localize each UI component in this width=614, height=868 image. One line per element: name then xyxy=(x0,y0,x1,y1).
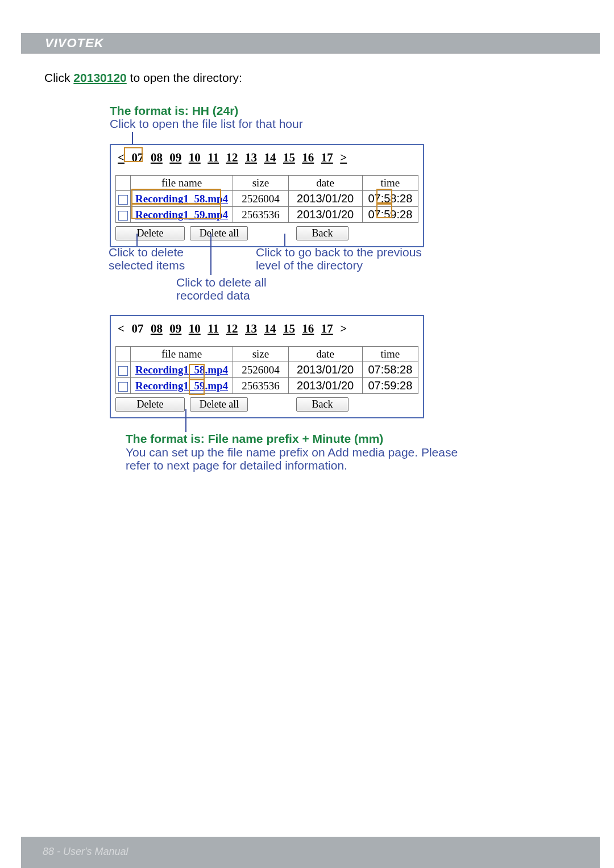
hour-11[interactable]: 11 xyxy=(208,151,219,164)
cell-time: 07:58:28 xyxy=(362,191,418,207)
intro-text: Click 20130120 to open the directory: xyxy=(44,71,242,85)
hour-prev[interactable]: < xyxy=(118,322,125,335)
file-browser-box-1: < 07 08 09 10 11 12 13 14 15 16 17 > fil… xyxy=(110,144,424,247)
cell-time: 07:59:28 xyxy=(362,207,418,223)
table-header-row: file name size date time xyxy=(116,176,418,191)
delete-all-button[interactable]: Delete all xyxy=(190,397,248,412)
delete-all-button[interactable]: Delete all xyxy=(190,226,248,240)
ann-deleteall-2: recorded data xyxy=(176,289,250,302)
cell-time: 07:59:28 xyxy=(362,378,418,394)
hour-12[interactable]: 12 xyxy=(226,322,238,335)
col-time: time xyxy=(362,176,418,191)
hour-pager-2: < 07 08 09 10 11 12 13 14 15 16 17 > xyxy=(111,316,423,346)
col-filename: file name xyxy=(130,347,233,362)
hour-10[interactable]: 10 xyxy=(189,322,201,335)
cell-size: 2563536 xyxy=(233,378,288,394)
hour-12[interactable]: 12 xyxy=(226,151,238,164)
cell-size: 2526004 xyxy=(233,362,288,378)
hour-07[interactable]: 07 xyxy=(131,151,143,164)
ann-deleteall-1: Click to delete all xyxy=(176,276,267,289)
hour-15[interactable]: 15 xyxy=(283,322,295,335)
button-row-2: Delete Delete all Back xyxy=(111,394,423,417)
ann-delete-1: Click to delete xyxy=(109,246,184,259)
cell-date: 2013/01/20 xyxy=(288,362,362,378)
hour-08[interactable]: 08 xyxy=(151,322,163,335)
hour-09[interactable]: 09 xyxy=(169,322,181,335)
file-table-2: file name size date time Recording1_58.m… xyxy=(115,346,418,394)
hour-prev[interactable]: < xyxy=(118,151,125,164)
intro-post: to open the directory: xyxy=(127,71,242,84)
row-checkbox[interactable] xyxy=(118,211,128,221)
file-link[interactable]: Recording1_59.mp4 xyxy=(135,380,228,392)
footer-sep: - xyxy=(54,846,63,857)
col-time: time xyxy=(362,347,418,362)
file-link[interactable]: Recording1_59.mp4 xyxy=(135,209,228,221)
footer-title: User's Manual xyxy=(63,846,128,857)
header-band: VIVOTEK xyxy=(21,33,600,53)
cell-date: 2013/01/20 xyxy=(288,191,362,207)
hour-10[interactable]: 10 xyxy=(189,151,201,164)
page: VIVOTEK Click 20130120 to open the direc… xyxy=(0,0,614,868)
ann-back-1: Click to go back to the previous xyxy=(256,246,422,259)
ann-back-2: level of the directory xyxy=(256,259,363,272)
row-checkbox[interactable] xyxy=(118,382,128,392)
table-row: Recording1_59.mp4 2563536 2013/01/20 07:… xyxy=(116,378,418,394)
back-button[interactable]: Back xyxy=(296,397,349,412)
file-link[interactable]: Recording1_58.mp4 xyxy=(135,193,228,205)
header-rule xyxy=(21,53,600,54)
hour-08[interactable]: 08 xyxy=(151,151,163,164)
footer-band: 88 - User's Manual xyxy=(21,837,600,868)
row-checkbox[interactable] xyxy=(118,366,128,376)
cell-date: 2013/01/20 xyxy=(288,378,362,394)
hour-next[interactable]: > xyxy=(340,322,347,335)
hour-11[interactable]: 11 xyxy=(208,322,219,335)
cell-time: 07:58:28 xyxy=(362,362,418,378)
col-filename: file name xyxy=(130,176,233,191)
delete-button[interactable]: Delete xyxy=(115,226,185,240)
hour-09[interactable]: 09 xyxy=(169,151,181,164)
brand-logo: VIVOTEK xyxy=(45,36,104,51)
hour-15[interactable]: 15 xyxy=(283,151,295,164)
format-note-2: The format is: File name prefix + Minute… xyxy=(126,432,383,446)
date-link[interactable]: 20130120 xyxy=(73,71,126,84)
hour-next[interactable]: > xyxy=(340,151,347,164)
format-sub-1: Click to open the file list for that hou… xyxy=(110,117,303,131)
col-date: date xyxy=(288,176,362,191)
ann-line-back xyxy=(284,234,285,246)
hour-13[interactable]: 13 xyxy=(245,322,257,335)
hour-07[interactable]: 07 xyxy=(131,322,143,335)
hour-13[interactable]: 13 xyxy=(245,151,257,164)
format-note-1: The format is: HH (24r) xyxy=(110,104,238,118)
hour-17[interactable]: 17 xyxy=(321,322,333,335)
ann-line-delete xyxy=(136,234,138,246)
file-table-1: file name size date time Recording1_58.m… xyxy=(115,175,418,223)
hour-pager-1: < 07 08 09 10 11 12 13 14 15 16 17 > xyxy=(111,145,423,175)
hour-16[interactable]: 16 xyxy=(302,151,314,164)
row-checkbox[interactable] xyxy=(118,195,128,205)
format-sub-2a: You can set up the file name prefix on A… xyxy=(126,446,458,459)
cell-size: 2526004 xyxy=(233,191,288,207)
format-sub-2b: refer to next page for detailed informat… xyxy=(126,459,347,472)
back-button[interactable]: Back xyxy=(296,226,349,240)
col-date: date xyxy=(288,347,362,362)
hour-14[interactable]: 14 xyxy=(264,322,276,335)
col-checkbox xyxy=(116,347,131,362)
table-header-row: file name size date time xyxy=(116,347,418,362)
file-browser-box-2: < 07 08 09 10 11 12 13 14 15 16 17 > fil… xyxy=(110,315,424,418)
cell-date: 2013/01/20 xyxy=(288,207,362,223)
table-row: Recording1_58.mp4 2526004 2013/01/20 07:… xyxy=(116,362,418,378)
col-size: size xyxy=(233,347,288,362)
hour-17[interactable]: 17 xyxy=(321,151,333,164)
delete-button[interactable]: Delete xyxy=(115,397,185,412)
table-row: Recording1_59.mp4 2563536 2013/01/20 07:… xyxy=(116,207,418,223)
ann-line-filename xyxy=(185,409,186,432)
button-row-1: Delete Delete all Back xyxy=(111,223,423,246)
ann-line-deleteall xyxy=(210,234,211,275)
ann-delete-2: selected items xyxy=(109,259,185,272)
file-link[interactable]: Recording1_58.mp4 xyxy=(135,364,228,376)
footer-page: 88 xyxy=(43,846,54,857)
hour-14[interactable]: 14 xyxy=(264,151,276,164)
hour-16[interactable]: 16 xyxy=(302,322,314,335)
table-row: Recording1_58.mp4 2526004 2013/01/20 07:… xyxy=(116,191,418,207)
col-size: size xyxy=(233,176,288,191)
